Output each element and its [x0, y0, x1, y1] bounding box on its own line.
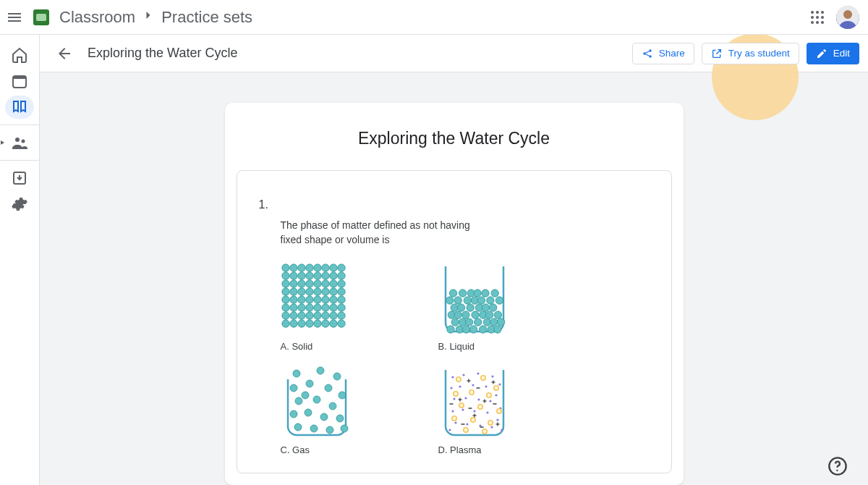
svg-point-178: [470, 418, 475, 422]
svg-point-128: [325, 384, 332, 392]
svg-point-142: [451, 376, 454, 379]
svg-point-67: [281, 312, 289, 319]
option-label: A. Solid: [281, 341, 313, 352]
pencil-icon: [816, 48, 827, 59]
sidebar-item-archive[interactable]: [5, 166, 34, 190]
svg-point-30: [305, 272, 312, 279]
svg-point-26: [337, 264, 344, 271]
sidebar-item-people[interactable]: [5, 131, 34, 154]
practice-set-title: Exploring the Water Cycle: [88, 46, 237, 61]
svg-point-81: [329, 320, 336, 327]
svg-point-98: [454, 311, 461, 319]
svg-point-40: [321, 280, 328, 287]
svg-point-2: [821, 11, 824, 14]
solid-diagram-icon: [281, 263, 353, 335]
try-as-student-button[interactable]: Try as student: [702, 43, 799, 64]
svg-point-52: [289, 296, 297, 303]
svg-point-3: [811, 16, 814, 19]
svg-point-45: [297, 288, 305, 295]
gas-diagram-icon: [281, 366, 353, 439]
svg-point-165: [490, 426, 493, 429]
svg-point-174: [459, 403, 463, 408]
svg-point-65: [329, 304, 336, 311]
svg-point-148: [459, 386, 461, 388]
svg-point-110: [446, 297, 453, 304]
svg-point-146: [498, 384, 501, 386]
back-arrow-icon[interactable]: [56, 45, 73, 62]
svg-point-78: [305, 320, 312, 327]
help-icon[interactable]: [827, 456, 848, 476]
option-gas[interactable]: C. Gas: [281, 366, 395, 455]
svg-point-167: [448, 429, 451, 431]
svg-point-34: [337, 272, 344, 279]
sidebar-divider: [0, 125, 39, 125]
svg-point-61: [297, 304, 305, 311]
svg-point-117: [449, 290, 456, 297]
sheet-title: Exploring the Water Cycle: [225, 129, 684, 148]
edit-label: Edit: [833, 48, 850, 59]
svg-point-10: [843, 10, 852, 19]
try-label: Try as student: [728, 48, 790, 59]
svg-point-39: [313, 280, 320, 287]
sidebar-item-calendar[interactable]: [5, 69, 34, 93]
breadcrumb-app[interactable]: Classroom: [59, 8, 135, 27]
option-solid[interactable]: A. Solid: [281, 263, 395, 352]
svg-point-5: [821, 16, 824, 19]
svg-point-64: [321, 304, 328, 311]
edit-button[interactable]: Edit: [807, 43, 859, 64]
option-liquid[interactable]: B. Liquid: [438, 263, 553, 352]
svg-point-66: [337, 304, 344, 311]
question-card: 1. The phase of matter defined as not ha…: [237, 170, 672, 473]
svg-point-126: [290, 384, 297, 392]
svg-point-31: [313, 272, 320, 279]
svg-point-21: [297, 264, 305, 271]
svg-point-106: [466, 304, 473, 311]
svg-point-169: [480, 376, 485, 380]
svg-point-103: [494, 311, 501, 319]
svg-point-76: [289, 320, 297, 327]
svg-point-96: [497, 319, 504, 326]
svg-point-102: [485, 311, 493, 319]
svg-point-58: [337, 296, 344, 303]
svg-point-130: [295, 397, 302, 405]
hamburger-icon[interactable]: [6, 9, 23, 26]
topbar-left: Classroom Practice sets: [6, 8, 252, 27]
svg-point-82: [337, 320, 344, 327]
svg-point-170: [493, 386, 498, 390]
svg-point-57: [329, 296, 336, 303]
svg-point-132: [329, 402, 336, 410]
share-button[interactable]: Share: [632, 43, 694, 64]
option-label: D. Plasma: [438, 444, 482, 455]
svg-point-29: [297, 272, 305, 279]
share-label: Share: [659, 48, 685, 59]
svg-point-42: [337, 280, 344, 287]
svg-point-104: [451, 304, 458, 311]
subheader-left: Exploring the Water Cycle: [56, 45, 237, 62]
svg-point-33: [329, 272, 336, 279]
svg-point-38: [305, 280, 312, 287]
sidebar-item-home[interactable]: [5, 43, 34, 67]
subheader-right: Share Try as student Edit: [632, 43, 859, 64]
breadcrumb-page[interactable]: Practice sets: [161, 8, 252, 27]
svg-point-111: [454, 297, 461, 304]
question-number: 1.: [259, 198, 650, 211]
apps-grid-icon[interactable]: [809, 9, 826, 26]
svg-point-72: [321, 312, 328, 319]
option-plasma[interactable]: D. Plasma: [438, 366, 553, 455]
sidebar-item-settings[interactable]: [5, 193, 34, 216]
svg-point-13: [15, 138, 20, 142]
svg-point-23: [313, 264, 320, 271]
svg-point-105: [457, 304, 464, 311]
avatar[interactable]: [836, 6, 859, 29]
svg-point-135: [320, 413, 328, 421]
svg-point-85: [462, 326, 469, 333]
svg-point-141: [302, 392, 309, 399]
svg-point-1: [816, 11, 819, 14]
svg-point-158: [461, 409, 464, 411]
svg-point-51: [281, 296, 289, 303]
classroom-logo-icon: [33, 9, 49, 25]
sidebar-item-library[interactable]: [5, 96, 34, 119]
svg-point-122: [491, 290, 498, 297]
svg-point-49: [329, 288, 336, 295]
svg-point-44: [289, 288, 297, 295]
